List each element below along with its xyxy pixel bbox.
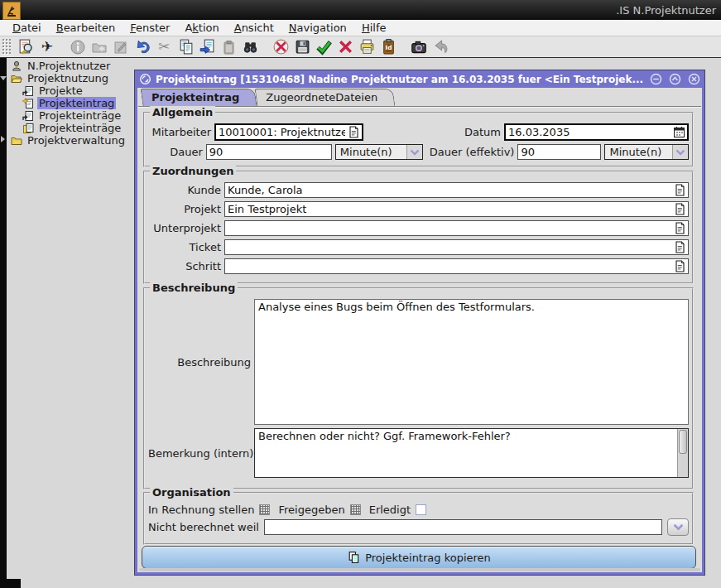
open-folder-button[interactable]: [89, 37, 110, 57]
minimize-button[interactable]: [650, 73, 662, 85]
scrollbar-thumb[interactable]: [679, 430, 687, 454]
screenshot-button[interactable]: [408, 37, 430, 57]
unterprojekt-lookup-icon[interactable]: [674, 222, 686, 234]
tab-projekteintrag[interactable]: Projekteintrag: [142, 89, 256, 106]
menu-datei[interactable]: Datei: [5, 21, 49, 36]
menu-bearbeiten[interactable]: Bearbeiten: [49, 21, 123, 36]
projekteintrag-window: Projekteintrag [15310468] Nadine Projekt…: [134, 70, 705, 576]
camera-icon: [410, 38, 428, 56]
dauer-field[interactable]: [206, 144, 332, 160]
ticket-input[interactable]: [225, 241, 674, 253]
check-icon: [315, 38, 333, 55]
kunde-input[interactable]: [225, 184, 674, 196]
window-titlebar[interactable]: .IS N.Projektnutzer: [0, 0, 721, 20]
chevron-down-icon[interactable]: [672, 145, 688, 159]
search-form-button[interactable]: [15, 37, 36, 57]
cancel-button[interactable]: [334, 37, 356, 57]
tree-item-projekte[interactable]: Projekte: [7, 84, 132, 97]
dauer-input[interactable]: [207, 146, 331, 158]
search-form-icon: [17, 38, 35, 55]
navigate-plane-button[interactable]: ✈: [36, 37, 58, 57]
dauer-effektiv-field[interactable]: [517, 144, 601, 160]
projekteintrag-kopieren-button[interactable]: Projekteintrag kopieren: [142, 546, 696, 569]
nicht-berechnet-weil-field[interactable]: [264, 519, 662, 535]
copy-button-label: Projekteintrag kopieren: [365, 552, 491, 564]
copy-id-button[interactable]: Id: [377, 37, 399, 57]
menu-aktion[interactable]: Aktion: [177, 21, 226, 36]
tree-item-projekteintraege[interactable]: Projekteinträge: [7, 109, 132, 122]
nicht-berechnet-weil-dropdown-button[interactable]: [667, 518, 689, 536]
toolbar-drag-handle[interactable]: [2, 38, 11, 55]
ticket-field[interactable]: [224, 239, 689, 255]
find-button[interactable]: [239, 37, 261, 57]
kunde-field[interactable]: [224, 182, 689, 198]
navigation-tree: N.Projektnutzer Projektnutzung Projekte: [7, 58, 132, 579]
tree-item-projektverwaltung[interactable]: Projektverwaltung: [7, 134, 132, 147]
undo-button[interactable]: [132, 37, 153, 57]
schritt-input[interactable]: [225, 260, 674, 272]
save-button[interactable]: [291, 37, 313, 57]
erledigt-label: Erledigt: [369, 504, 411, 516]
unterprojekt-input[interactable]: [225, 222, 674, 234]
dauer-effektiv-unit-combobox[interactable]: Minute(n): [604, 144, 689, 160]
tree-expand-handle-projektnutzung[interactable]: [0, 76, 7, 80]
erledigt-checkbox[interactable]: [416, 504, 426, 515]
tree-expand-handle-projektverwaltung[interactable]: [1, 136, 5, 142]
frame-titlebar[interactable]: Projekteintrag [15310468] Nadine Projekt…: [135, 70, 704, 88]
ticket-lookup-icon[interactable]: [674, 241, 686, 253]
datum-input[interactable]: [506, 126, 673, 138]
projekt-input[interactable]: [225, 203, 674, 215]
mitarbeiter-lookup-icon[interactable]: [348, 126, 360, 138]
nicht-berechnet-weil-label: Nicht berechnet weil: [148, 521, 259, 533]
edit-button[interactable]: [110, 37, 132, 57]
chevron-down-icon[interactable]: [406, 145, 422, 159]
dauer-unit-combobox[interactable]: Minute(n): [335, 144, 423, 160]
tree-item-projektnutzer[interactable]: N.Projektnutzer: [7, 60, 132, 72]
tree-item-projekteintraege-liste[interactable]: Projekteinträge: [7, 122, 132, 134]
menu-ansicht[interactable]: Ansicht: [227, 21, 281, 36]
tab-zugeordnetedateien[interactable]: ZugeordneteDateien: [256, 89, 394, 106]
dauer-effektiv-label: Dauer (effektiv): [430, 146, 515, 158]
info-button[interactable]: [67, 37, 89, 57]
beschreibung-textarea[interactable]: Analyse eines Bugs beim Öffnen des Testf…: [254, 299, 689, 425]
frame-resize-bar[interactable]: [139, 568, 700, 571]
mitarbeiter-field[interactable]: [214, 123, 363, 141]
group-beschreibung-title: Beschreibung: [150, 282, 238, 294]
tree-item-projekteintrag[interactable]: Projekteintrag: [7, 97, 132, 109]
history-back-button[interactable]: [430, 37, 451, 57]
beschreibung-label: Beschreibung: [148, 356, 251, 369]
bemerkung-scrollbar[interactable]: [677, 429, 688, 477]
menu-navigation[interactable]: Navigation: [281, 21, 354, 36]
tab-panel: Allgemein Mitarbeiter: [138, 106, 701, 571]
in-rechnung-stellen-checkbox[interactable]: [259, 504, 270, 515]
mitarbeiter-input[interactable]: [216, 126, 348, 138]
undo-icon: [134, 38, 151, 55]
cut-button[interactable]: ✂: [153, 37, 175, 57]
ticket-label: Ticket: [148, 241, 221, 253]
unterprojekt-field[interactable]: [224, 220, 689, 236]
paste-into-form-button[interactable]: [196, 37, 218, 57]
datum-field[interactable]: [504, 123, 689, 141]
copy-button[interactable]: [175, 37, 196, 57]
projekt-lookup-icon[interactable]: [674, 203, 686, 215]
schritt-field[interactable]: [224, 258, 689, 274]
nicht-berechnet-weil-input[interactable]: [265, 521, 661, 533]
menu-fenster[interactable]: Fenster: [123, 21, 177, 36]
dauer-effektiv-input[interactable]: [518, 146, 600, 158]
kunde-lookup-icon[interactable]: [674, 184, 686, 196]
tree-item-projektnutzung[interactable]: Projektnutzung: [7, 72, 132, 84]
app-logo-icon[interactable]: [2, 2, 21, 20]
paste-clipboard-button[interactable]: [218, 37, 239, 57]
freigegeben-checkbox[interactable]: [350, 504, 361, 515]
delete-button[interactable]: [270, 37, 291, 57]
confirm-button[interactable]: [313, 37, 334, 57]
maximize-button[interactable]: [669, 73, 681, 85]
close-button[interactable]: [688, 73, 700, 85]
schritt-lookup-icon[interactable]: [674, 260, 686, 272]
projekt-field[interactable]: [224, 201, 689, 217]
print-button[interactable]: [356, 37, 377, 57]
calendar-icon[interactable]: [673, 126, 685, 138]
bemerkung-textarea[interactable]: Berechnen oder nicht? Ggf. Framework-Feh…: [254, 428, 689, 478]
projekt-label: Projekt: [148, 203, 221, 215]
menu-hilfe[interactable]: Hilfe: [354, 21, 394, 36]
